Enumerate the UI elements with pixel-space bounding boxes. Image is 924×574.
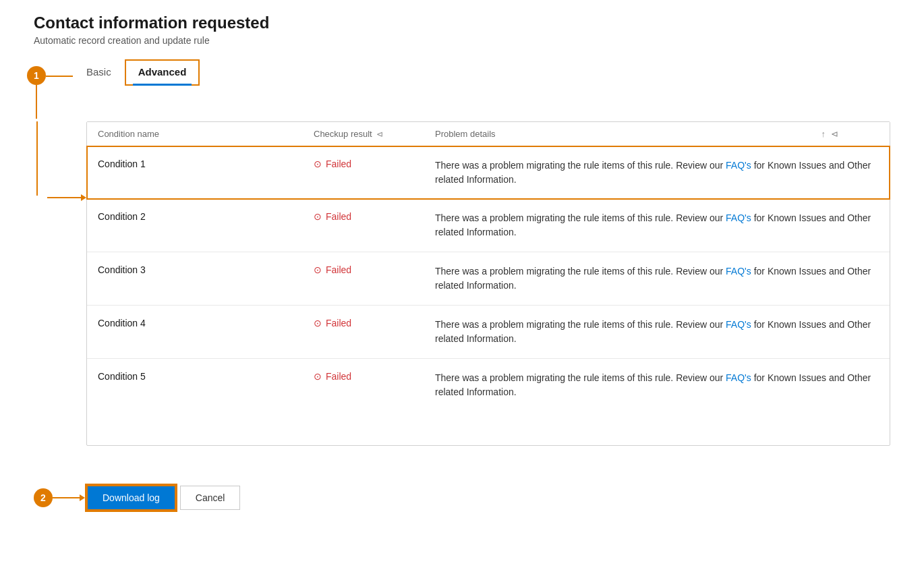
table-empty-row (87, 411, 890, 445)
faq-link-1[interactable]: FAQ's (726, 160, 751, 171)
table-header: Condition name Checkup result ⊲ Problem … (87, 122, 890, 146)
tab-basic[interactable]: Basic (73, 59, 125, 86)
page-title: Contact information requested (34, 13, 897, 32)
failed-icon-5: ⊙ (314, 371, 322, 382)
condition-5-problem: There was a problem migrating the rule i… (435, 371, 879, 399)
failed-icon-3: ⊙ (314, 264, 322, 275)
sort-icon[interactable]: ↑ (821, 129, 826, 139)
condition-1-status: ⊙ Failed (314, 159, 435, 169)
condition-1-name: Condition 1 (98, 159, 314, 169)
conditions-table: Condition name Checkup result ⊲ Problem … (86, 121, 890, 446)
page-header: Contact information requested Automatic … (27, 13, 897, 46)
table-row: Condition 1 ⊙ Failed There was a problem… (86, 146, 890, 200)
cancel-button[interactable]: Cancel (180, 486, 241, 510)
failed-icon-4: ⊙ (314, 318, 322, 328)
faq-link-3[interactable]: FAQ's (726, 266, 751, 277)
condition-3-name: Condition 3 (98, 264, 314, 275)
table-row: Condition 3 ⊙ Failed There was a problem… (87, 252, 890, 306)
annotation-1-circle: 1 (27, 66, 46, 85)
faq-link-2[interactable]: FAQ's (726, 212, 751, 223)
tab-advanced[interactable]: Advanced (125, 59, 200, 86)
condition-5-name: Condition 5 (98, 371, 314, 382)
condition-4-status: ⊙ Failed (314, 318, 435, 328)
condition-2-problem: There was a problem migrating the rule i… (435, 211, 879, 239)
condition-1-problem: There was a problem migrating the rule i… (435, 159, 879, 187)
condition-4-problem: There was a problem migrating the rule i… (435, 318, 879, 346)
page-subtitle: Automatic record creation and update rul… (34, 35, 897, 46)
col-problem-details: Problem details ↑ ⊲ (435, 129, 838, 139)
condition-2-status: ⊙ Failed (314, 211, 435, 222)
tabs-row: Basic Advanced (73, 59, 200, 86)
faq-link-4[interactable]: FAQ's (726, 319, 751, 330)
condition-5-status: ⊙ Failed (314, 371, 435, 382)
condition-4-name: Condition 4 (98, 318, 314, 328)
filter-icon-problem[interactable]: ⊲ (831, 129, 838, 139)
condition-3-problem: There was a problem migrating the rule i… (435, 264, 879, 293)
failed-icon: ⊙ (314, 159, 322, 169)
table-row: Condition 2 ⊙ Failed There was a problem… (87, 199, 890, 252)
failed-icon-2: ⊙ (314, 211, 322, 222)
col-checkup-result: Checkup result ⊲ (314, 129, 435, 139)
annotation-2-circle: 2 (34, 488, 53, 507)
table-row: Condition 4 ⊙ Failed There was a problem… (87, 306, 890, 359)
col-condition-name: Condition name (98, 129, 314, 139)
download-log-button[interactable]: Download log (86, 485, 176, 511)
filter-icon-checkup[interactable]: ⊲ (376, 130, 383, 139)
condition-3-status: ⊙ Failed (314, 264, 435, 275)
faq-link-5[interactable]: FAQ's (726, 372, 751, 383)
header-sort-filter: ↑ ⊲ (821, 129, 839, 139)
condition-2-name: Condition 2 (98, 211, 314, 222)
table-row: Condition 5 ⊙ Failed There was a problem… (87, 359, 890, 411)
